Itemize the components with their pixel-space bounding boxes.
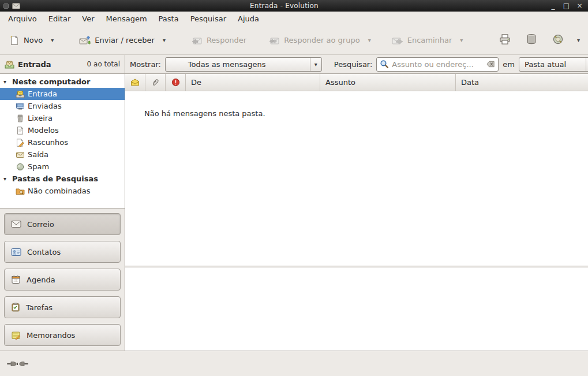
new-dropdown-arrow[interactable]: ▾	[47, 32, 57, 48]
contacts-icon	[11, 248, 21, 256]
folder-label: Entrada	[28, 90, 57, 98]
menu-pesquisar[interactable]: Pesquisar	[185, 13, 232, 25]
menu-editar[interactable]: Editar	[43, 13, 77, 25]
window-menu-icon[interactable]	[3, 3, 9, 9]
online-status-icon[interactable]	[7, 360, 29, 368]
current-folder-label: Entrada	[18, 60, 51, 69]
maximize-button[interactable]: □	[561, 1, 571, 11]
show-label: Mostrar:	[130, 60, 161, 69]
tasks-icon	[11, 303, 20, 312]
switcher-label: Agenda	[27, 276, 55, 284]
switcher-memos-button[interactable]: Memorandos	[4, 324, 121, 346]
folder-item-nao-combinadas[interactable]: Não combinadas	[0, 185, 125, 197]
column-priority[interactable]	[166, 74, 186, 91]
folder-item-saida[interactable]: Saída	[0, 148, 125, 161]
switcher-label: Correio	[27, 220, 54, 229]
menu-pasta[interactable]: Pasta	[153, 13, 185, 25]
message-list-header: De Assunto Data	[125, 74, 588, 91]
message-list-pane: De Assunto Data Não há mensagens nesta p…	[125, 74, 588, 351]
folder-item-spam[interactable]: Spam	[0, 161, 125, 173]
forward-dropdown-arrow: ▾	[456, 32, 466, 48]
column-from[interactable]: De	[186, 74, 320, 91]
switcher-label: Contatos	[27, 248, 61, 256]
column-date[interactable]: Data	[456, 74, 588, 91]
sidebar: ▾ Neste computador Entrada Enviadas	[0, 74, 125, 351]
forward-icon	[392, 35, 403, 46]
column-label: Assunto	[325, 78, 355, 87]
switcher-mail-button[interactable]: Correio	[4, 213, 121, 235]
forward-button: Encaminhar	[387, 31, 457, 50]
priority-icon	[171, 78, 180, 87]
folder-item-rascunhos[interactable]: Rascunhos	[0, 136, 125, 148]
app-icon	[12, 3, 20, 9]
toolbar-overflow-arrow[interactable]: ▾	[574, 33, 583, 47]
folder-label: Rascunhos	[28, 138, 68, 147]
new-message-icon	[9, 35, 20, 46]
message-filter-dropdown[interactable]: Todas as mensagens ▾	[165, 57, 322, 72]
memos-icon	[11, 331, 21, 340]
clear-search-icon[interactable]	[486, 61, 495, 68]
column-label: Data	[461, 78, 479, 87]
search-scope-value: Pasta atual	[525, 60, 581, 69]
folder-item-entrada[interactable]: Entrada	[0, 88, 125, 100]
reply-group-button: Responder ao grupo	[264, 31, 365, 50]
menu-ajuda[interactable]: Ajuda	[232, 13, 265, 25]
folder-label: Enviadas	[28, 102, 62, 110]
column-read-status[interactable]	[125, 74, 145, 91]
trash-icon	[526, 33, 537, 45]
junk-button[interactable]	[547, 29, 569, 51]
new-button-label: Novo	[24, 36, 43, 44]
expander-icon[interactable]: ▾	[3, 176, 9, 182]
switcher-calendar-button[interactable]: Agenda	[4, 269, 121, 291]
chevron-down-icon: ▾	[586, 58, 588, 71]
evolution-window: Entrada - Evolution _ □ × Arquivo Editar…	[0, 0, 588, 376]
message-count: 0 ao total	[87, 60, 120, 68]
folder-item-enviadas[interactable]: Enviadas	[0, 100, 125, 112]
menu-mensagem[interactable]: Mensagem	[100, 13, 153, 25]
reply-group-label: Responder ao grupo	[284, 36, 360, 44]
folder-item-modelos[interactable]: Modelos	[0, 124, 125, 136]
message-list-body[interactable]: Não há mensagens nesta pasta.	[125, 91, 588, 266]
delete-button[interactable]	[520, 29, 542, 51]
send-receive-icon	[79, 35, 91, 46]
tree-group-this-computer[interactable]: ▾ Neste computador	[0, 76, 125, 88]
close-button[interactable]: ×	[575, 1, 585, 11]
empty-folder-message: Não há mensagens nesta pasta.	[125, 91, 588, 118]
print-button[interactable]	[494, 29, 516, 51]
minimize-button[interactable]: _	[548, 1, 558, 11]
send-receive-dropdown-arrow[interactable]: ▾	[159, 32, 169, 48]
column-subject[interactable]: Assunto	[320, 74, 456, 91]
switcher-contacts-button[interactable]: Contatos	[4, 241, 121, 263]
search-label: Pesquisar:	[334, 60, 373, 69]
templates-folder-icon	[16, 126, 25, 135]
junk-icon	[552, 33, 564, 45]
status-bar	[0, 351, 588, 376]
message-filter-value: Todas as mensagens	[171, 60, 305, 69]
tree-group-search-folders[interactable]: ▾ Pastas de Pesquisas	[0, 173, 125, 185]
new-button[interactable]: Novo	[5, 31, 47, 50]
reply-icon	[191, 35, 203, 46]
switcher-label: Memorandos	[27, 331, 75, 340]
menu-arquivo[interactable]: Arquivo	[2, 13, 43, 25]
folder-tree: ▾ Neste computador Entrada Enviadas	[0, 74, 125, 208]
search-icon[interactable]	[380, 59, 389, 69]
column-attachment[interactable]	[145, 74, 166, 91]
search-input[interactable]	[392, 60, 484, 69]
send-receive-button[interactable]: Enviar / receber	[74, 31, 159, 50]
search-scope-dropdown[interactable]: Pasta atual ▾	[519, 57, 588, 72]
menu-ver[interactable]: Ver	[76, 13, 100, 25]
menubar: Arquivo Editar Ver Mensagem Pasta Pesqui…	[0, 12, 588, 26]
print-icon	[499, 33, 511, 45]
folder-item-lixeira[interactable]: Lixeira	[0, 112, 125, 124]
tree-group-label: Pastas de Pesquisas	[12, 174, 98, 183]
inbox-icon	[5, 60, 14, 69]
window-title: Entrada - Evolution	[24, 2, 545, 10]
component-switcher: Correio Contatos Agenda	[0, 208, 125, 351]
expander-icon[interactable]: ▾	[3, 79, 9, 85]
folder-label: Modelos	[28, 126, 59, 135]
outbox-folder-icon	[16, 151, 25, 159]
search-box	[376, 57, 499, 72]
switcher-tasks-button[interactable]: Tarefas	[4, 296, 121, 318]
toolbar: Novo ▾ Enviar / receber ▾ Responder	[0, 26, 588, 55]
folder-label: Lixeira	[28, 114, 53, 122]
